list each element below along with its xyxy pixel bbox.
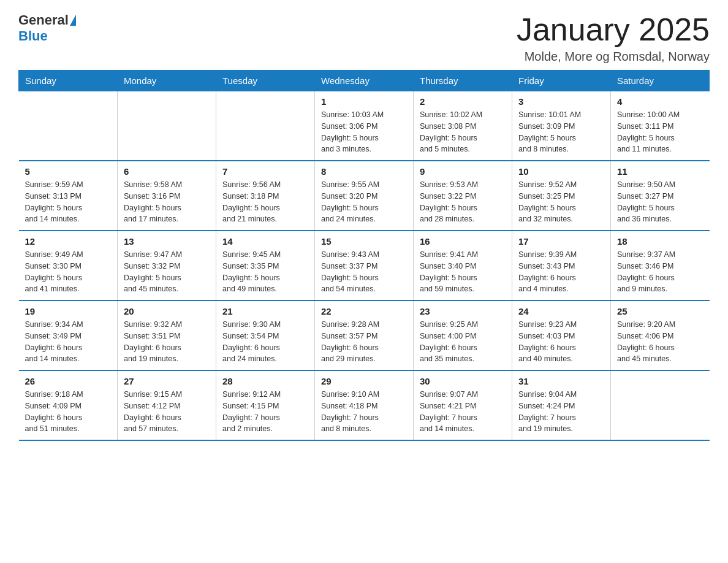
calendar-cell: 12Sunrise: 9:49 AMSunset: 3:30 PMDayligh… bbox=[19, 231, 118, 301]
logo-blue-text: Blue bbox=[18, 28, 48, 44]
day-info: Sunrise: 9:43 AMSunset: 3:37 PMDaylight:… bbox=[321, 249, 407, 295]
day-info: Sunrise: 9:30 AMSunset: 3:54 PMDaylight:… bbox=[222, 319, 308, 365]
calendar-cell: 16Sunrise: 9:41 AMSunset: 3:40 PMDayligh… bbox=[414, 231, 512, 301]
calendar-week-row: 19Sunrise: 9:34 AMSunset: 3:49 PMDayligh… bbox=[19, 301, 710, 370]
day-number: 14 bbox=[222, 236, 308, 247]
day-number: 10 bbox=[518, 166, 604, 177]
weekday-header: Wednesday bbox=[315, 71, 414, 91]
day-info: Sunrise: 10:01 AMSunset: 3:09 PMDaylight… bbox=[518, 109, 604, 155]
calendar-cell bbox=[19, 91, 118, 161]
day-number: 28 bbox=[222, 376, 308, 386]
calendar-cell: 10Sunrise: 9:52 AMSunset: 3:25 PMDayligh… bbox=[512, 161, 611, 231]
day-info: Sunrise: 9:58 AMSunset: 3:16 PMDaylight:… bbox=[124, 179, 210, 225]
day-info: Sunrise: 10:03 AMSunset: 3:06 PMDaylight… bbox=[321, 109, 407, 155]
day-info: Sunrise: 9:52 AMSunset: 3:25 PMDaylight:… bbox=[518, 179, 604, 225]
day-number: 5 bbox=[25, 166, 112, 177]
day-info: Sunrise: 9:50 AMSunset: 3:27 PMDaylight:… bbox=[617, 179, 703, 225]
day-number: 31 bbox=[518, 376, 604, 386]
weekday-header: Sunday bbox=[19, 71, 118, 91]
calendar-week-row: 1Sunrise: 10:03 AMSunset: 3:06 PMDayligh… bbox=[19, 91, 710, 161]
day-info: Sunrise: 9:55 AMSunset: 3:20 PMDaylight:… bbox=[321, 179, 407, 225]
day-number: 8 bbox=[321, 166, 407, 177]
weekday-header: Tuesday bbox=[216, 71, 315, 91]
calendar-cell bbox=[216, 91, 315, 161]
calendar-cell: 19Sunrise: 9:34 AMSunset: 3:49 PMDayligh… bbox=[19, 301, 118, 370]
calendar-cell: 11Sunrise: 9:50 AMSunset: 3:27 PMDayligh… bbox=[611, 161, 710, 231]
page-header: General Blue January 2025 Molde, More og… bbox=[18, 12, 710, 64]
day-info: Sunrise: 10:00 AMSunset: 3:11 PMDaylight… bbox=[617, 109, 703, 155]
logo-blue: Blue bbox=[18, 28, 48, 44]
day-number: 27 bbox=[124, 376, 210, 386]
day-number: 18 bbox=[617, 236, 703, 247]
day-info: Sunrise: 9:15 AMSunset: 4:12 PMDaylight:… bbox=[124, 389, 210, 435]
day-number: 17 bbox=[518, 236, 604, 247]
day-number: 4 bbox=[617, 96, 703, 107]
day-number: 9 bbox=[420, 166, 506, 177]
day-info: Sunrise: 9:53 AMSunset: 3:22 PMDaylight:… bbox=[420, 179, 506, 225]
calendar-cell: 13Sunrise: 9:47 AMSunset: 3:32 PMDayligh… bbox=[118, 231, 216, 301]
day-number: 20 bbox=[124, 306, 210, 316]
calendar-cell: 6Sunrise: 9:58 AMSunset: 3:16 PMDaylight… bbox=[118, 161, 216, 231]
logo: General Blue bbox=[18, 12, 77, 44]
day-number: 25 bbox=[617, 306, 703, 316]
calendar-cell: 22Sunrise: 9:28 AMSunset: 3:57 PMDayligh… bbox=[315, 301, 414, 370]
calendar-cell: 3Sunrise: 10:01 AMSunset: 3:09 PMDayligh… bbox=[512, 91, 611, 161]
calendar-cell: 8Sunrise: 9:55 AMSunset: 3:20 PMDaylight… bbox=[315, 161, 414, 231]
calendar-cell: 15Sunrise: 9:43 AMSunset: 3:37 PMDayligh… bbox=[315, 231, 414, 301]
day-number: 16 bbox=[420, 236, 506, 247]
calendar-cell: 31Sunrise: 9:04 AMSunset: 4:24 PMDayligh… bbox=[512, 370, 611, 440]
calendar-cell: 27Sunrise: 9:15 AMSunset: 4:12 PMDayligh… bbox=[118, 370, 216, 440]
weekday-header: Friday bbox=[512, 71, 611, 91]
day-info: Sunrise: 9:28 AMSunset: 3:57 PMDaylight:… bbox=[321, 319, 407, 365]
day-info: Sunrise: 9:25 AMSunset: 4:00 PMDaylight:… bbox=[420, 319, 506, 365]
day-number: 7 bbox=[222, 166, 308, 177]
calendar-cell: 5Sunrise: 9:59 AMSunset: 3:13 PMDaylight… bbox=[19, 161, 118, 231]
day-info: Sunrise: 9:39 AMSunset: 3:43 PMDaylight:… bbox=[518, 249, 604, 295]
day-info: Sunrise: 9:04 AMSunset: 4:24 PMDaylight:… bbox=[518, 389, 604, 435]
calendar-header: SundayMondayTuesdayWednesdayThursdayFrid… bbox=[19, 71, 710, 91]
calendar-cell bbox=[611, 370, 710, 440]
day-info: Sunrise: 9:56 AMSunset: 3:18 PMDaylight:… bbox=[222, 179, 308, 225]
calendar-cell: 30Sunrise: 9:07 AMSunset: 4:21 PMDayligh… bbox=[414, 370, 512, 440]
day-info: Sunrise: 10:02 AMSunset: 3:08 PMDaylight… bbox=[420, 109, 506, 155]
calendar-body: 1Sunrise: 10:03 AMSunset: 3:06 PMDayligh… bbox=[19, 91, 710, 441]
day-info: Sunrise: 9:41 AMSunset: 3:40 PMDaylight:… bbox=[420, 249, 506, 295]
calendar-cell: 26Sunrise: 9:18 AMSunset: 4:09 PMDayligh… bbox=[19, 370, 118, 440]
day-number: 2 bbox=[420, 96, 506, 107]
calendar-cell: 9Sunrise: 9:53 AMSunset: 3:22 PMDaylight… bbox=[414, 161, 512, 231]
calendar-cell: 2Sunrise: 10:02 AMSunset: 3:08 PMDayligh… bbox=[414, 91, 512, 161]
day-info: Sunrise: 9:07 AMSunset: 4:21 PMDaylight:… bbox=[420, 389, 506, 435]
location: Molde, More og Romsdal, Norway bbox=[517, 50, 710, 64]
calendar-cell: 7Sunrise: 9:56 AMSunset: 3:18 PMDaylight… bbox=[216, 161, 315, 231]
day-number: 30 bbox=[420, 376, 506, 386]
calendar-cell: 28Sunrise: 9:12 AMSunset: 4:15 PMDayligh… bbox=[216, 370, 315, 440]
day-number: 3 bbox=[518, 96, 604, 107]
title-section: January 2025 Molde, More og Romsdal, Nor… bbox=[517, 12, 710, 64]
calendar-cell bbox=[118, 91, 216, 161]
day-info: Sunrise: 9:59 AMSunset: 3:13 PMDaylight:… bbox=[25, 179, 112, 225]
day-info: Sunrise: 9:12 AMSunset: 4:15 PMDaylight:… bbox=[222, 389, 308, 435]
calendar-table: SundayMondayTuesdayWednesdayThursdayFrid… bbox=[18, 70, 710, 441]
logo-general: General bbox=[18, 12, 69, 28]
calendar-cell: 17Sunrise: 9:39 AMSunset: 3:43 PMDayligh… bbox=[512, 231, 611, 301]
day-number: 29 bbox=[321, 376, 407, 386]
logo-text: General bbox=[18, 12, 77, 28]
day-number: 11 bbox=[617, 166, 703, 177]
calendar-cell: 18Sunrise: 9:37 AMSunset: 3:46 PMDayligh… bbox=[611, 231, 710, 301]
day-number: 23 bbox=[420, 306, 506, 316]
day-number: 22 bbox=[321, 306, 407, 316]
day-info: Sunrise: 9:45 AMSunset: 3:35 PMDaylight:… bbox=[222, 249, 308, 295]
weekday-header: Saturday bbox=[611, 71, 710, 91]
logo-triangle-icon bbox=[70, 15, 76, 26]
weekday-header-row: SundayMondayTuesdayWednesdayThursdayFrid… bbox=[19, 71, 710, 91]
calendar-cell: 4Sunrise: 10:00 AMSunset: 3:11 PMDayligh… bbox=[611, 91, 710, 161]
day-number: 12 bbox=[25, 236, 112, 247]
day-number: 21 bbox=[222, 306, 308, 316]
day-number: 1 bbox=[321, 96, 407, 107]
day-info: Sunrise: 9:23 AMSunset: 4:03 PMDaylight:… bbox=[518, 319, 604, 365]
day-info: Sunrise: 9:47 AMSunset: 3:32 PMDaylight:… bbox=[124, 249, 210, 295]
calendar-cell: 1Sunrise: 10:03 AMSunset: 3:06 PMDayligh… bbox=[315, 91, 414, 161]
calendar-week-row: 12Sunrise: 9:49 AMSunset: 3:30 PMDayligh… bbox=[19, 231, 710, 301]
month-title: January 2025 bbox=[517, 12, 710, 47]
day-number: 26 bbox=[25, 376, 112, 386]
